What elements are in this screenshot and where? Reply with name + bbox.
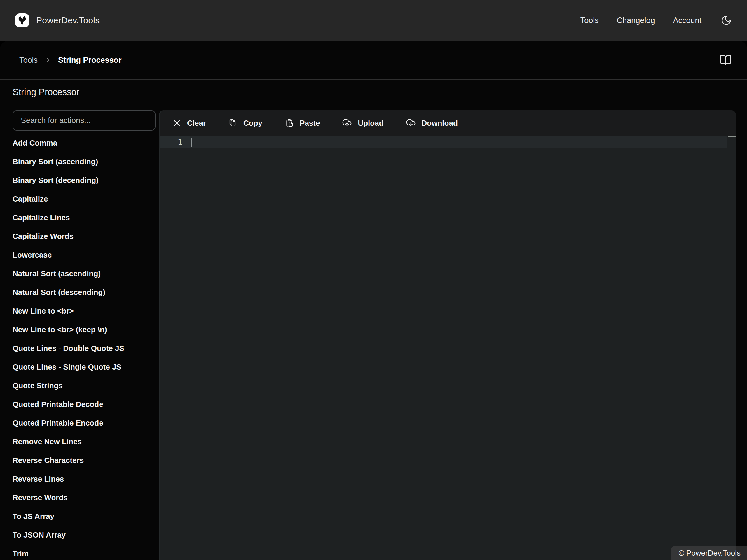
action-item-quoted-printable-decode[interactable]: Quoted Printable Decode: [12, 395, 156, 414]
navbar-links: Tools Changelog Account: [581, 15, 732, 26]
action-item-quote-lines-single[interactable]: Quote Lines - Single Quote JS: [12, 357, 156, 376]
action-item-lowercase[interactable]: Lowercase: [12, 246, 156, 264]
wrench-logo-icon: [15, 14, 29, 27]
action-item-natural-sort-asc[interactable]: Natural Sort (ascending): [12, 264, 156, 283]
copy-button[interactable]: Copy: [228, 118, 262, 128]
text-editor-area[interactable]: 1: [160, 136, 736, 560]
action-item-natural-sort-desc[interactable]: Natural Sort (descending): [12, 283, 156, 301]
chevron-right-icon: [45, 57, 51, 63]
nav-link-account[interactable]: Account: [673, 16, 701, 25]
action-item-capitalize-lines[interactable]: Capitalize Lines: [12, 208, 156, 227]
action-item-binary-sort-asc[interactable]: Binary Sort (ascending): [12, 152, 156, 171]
active-line-highlight: 1: [160, 136, 727, 148]
action-item-remove-new-lines[interactable]: Remove New Lines: [12, 432, 156, 451]
nav-link-changelog[interactable]: Changelog: [617, 16, 655, 25]
action-item-to-json-array[interactable]: To JSON Array: [12, 526, 156, 544]
upload-button[interactable]: Upload: [342, 118, 383, 128]
breadcrumb-current: String Processor: [58, 56, 122, 65]
action-item-newline-to-br-keep[interactable]: New Line to <br> (keep \n): [12, 320, 156, 339]
editor-toolbar: Clear Copy: [160, 110, 736, 136]
action-item-reverse-lines[interactable]: Reverse Lines: [12, 470, 156, 488]
top-navbar: PowerDev.Tools Tools Changelog Account: [0, 0, 747, 41]
clipboard-paste-icon: [284, 118, 294, 128]
x-icon: [173, 119, 181, 128]
footer-copyright: © PowerDev.Tools: [671, 546, 747, 560]
text-cursor: [191, 138, 192, 147]
nav-link-tools[interactable]: Tools: [581, 16, 599, 25]
upload-cloud-icon: [342, 118, 352, 128]
actions-sidebar: Add Comma Binary Sort (ascending) Binary…: [12, 110, 156, 560]
editor-scrollbar[interactable]: [728, 136, 736, 560]
action-item-to-js-array[interactable]: To JS Array: [12, 507, 156, 526]
action-item-reverse-words[interactable]: Reverse Words: [12, 488, 156, 507]
brand-home-link[interactable]: PowerDev.Tools: [15, 14, 100, 27]
search-input[interactable]: [12, 110, 156, 131]
action-item-binary-sort-desc[interactable]: Binary Sort (decending): [12, 171, 156, 190]
copy-icon: [228, 118, 237, 128]
action-item-reverse-characters[interactable]: Reverse Characters: [12, 451, 156, 470]
action-list: Add Comma Binary Sort (ascending) Binary…: [12, 134, 156, 560]
action-item-quote-lines-double[interactable]: Quote Lines - Double Quote JS: [12, 339, 156, 357]
action-item-quoted-printable-encode[interactable]: Quoted Printable Encode: [12, 414, 156, 432]
line-number: 1: [160, 136, 190, 148]
text-editor-panel: Clear Copy: [159, 110, 736, 560]
action-item-add-comma[interactable]: Add Comma: [12, 134, 156, 152]
main-content-panel: Tools String Processor String Processor …: [0, 41, 747, 560]
clear-button[interactable]: Clear: [173, 119, 206, 128]
paste-button[interactable]: Paste: [284, 118, 320, 128]
action-item-capitalize-words[interactable]: Capitalize Words: [12, 227, 156, 246]
action-item-newline-to-br[interactable]: New Line to <br>: [12, 301, 156, 320]
breadcrumb: Tools String Processor: [0, 41, 747, 80]
book-open-icon[interactable]: [720, 54, 732, 66]
page-title: String Processor: [12, 87, 79, 98]
breadcrumb-tools-link[interactable]: Tools: [19, 56, 37, 65]
action-item-quote-strings[interactable]: Quote Strings: [12, 376, 156, 395]
moon-icon[interactable]: [721, 15, 732, 26]
download-button[interactable]: Download: [406, 118, 458, 128]
brand-name: PowerDev.Tools: [36, 16, 100, 25]
action-item-capitalize[interactable]: Capitalize: [12, 190, 156, 208]
action-item-trim[interactable]: Trim: [12, 544, 156, 560]
download-cloud-icon: [406, 118, 416, 128]
scrollbar-thumb[interactable]: [728, 136, 736, 137]
